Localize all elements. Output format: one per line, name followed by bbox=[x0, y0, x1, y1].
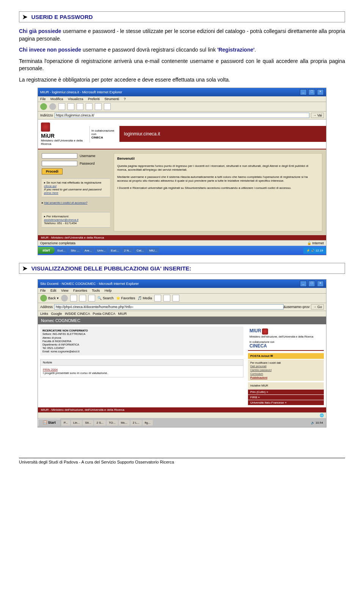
posta-bar[interactable]: POSTA in/out ✉ bbox=[248, 353, 324, 359]
task-item[interactable]: 2 N... bbox=[122, 248, 133, 253]
window-titlebar: Sito Docenti - NOMEC COGNOMEC - Microsof… bbox=[38, 280, 326, 288]
task-item[interactable]: Univ... bbox=[95, 248, 108, 253]
prin-link[interactable]: PRIN 2004 bbox=[43, 368, 58, 371]
menu-file[interactable]: File bbox=[40, 97, 46, 101]
back-button[interactable]: Back ▾ bbox=[40, 295, 59, 302]
go-button[interactable]: → Go bbox=[311, 304, 324, 310]
start-button[interactable]: 🪟 Start bbox=[38, 419, 61, 426]
maximize-button[interactable]: □ bbox=[308, 89, 315, 95]
task-item[interactable]: MiU... bbox=[147, 248, 159, 253]
task-item[interactable]: TO... bbox=[107, 420, 118, 426]
side-dati[interactable]: Dati personali bbox=[250, 365, 322, 368]
task-item[interactable]: Lin... bbox=[71, 420, 82, 426]
init-uif[interactable]: Università Italo-Francese » bbox=[248, 400, 324, 405]
address-input[interactable] bbox=[54, 304, 284, 310]
side-curriculum[interactable]: Curriculum bbox=[250, 372, 322, 376]
menu-file[interactable]: File bbox=[40, 289, 46, 292]
arrow-icon: ➤ bbox=[22, 265, 27, 272]
iniziative-box: Iniziative MIUR bbox=[248, 382, 324, 389]
media-button[interactable]: 🎵 Media bbox=[138, 296, 152, 300]
menu-view[interactable]: View bbox=[61, 289, 68, 292]
media-icon[interactable] bbox=[104, 103, 111, 110]
link-posta[interactable]: Posta CINECA bbox=[93, 312, 115, 316]
home-icon[interactable] bbox=[88, 295, 95, 302]
menu-preferiti[interactable]: Preferiti bbox=[88, 97, 100, 101]
welcome-p2: Mediante username e password che il sist… bbox=[117, 175, 319, 183]
docente-dip: Dipartimento di INFORMATICA bbox=[42, 343, 79, 346]
go-button[interactable]: → Vai bbox=[311, 113, 324, 118]
info-email[interactable]: assistenzamiur@cineca.it bbox=[44, 218, 78, 222]
address-input[interactable] bbox=[55, 113, 310, 118]
task-item[interactable]: Eud... bbox=[55, 248, 68, 253]
menu-visualizza[interactable]: Visualizza bbox=[68, 97, 83, 101]
task-item[interactable]: fig... bbox=[143, 420, 153, 426]
side-password[interactable]: Cambio password bbox=[250, 368, 322, 372]
task-item[interactable]: Eud... bbox=[108, 248, 121, 253]
task-item[interactable]: Are... bbox=[82, 248, 94, 253]
history-icon[interactable] bbox=[154, 295, 161, 302]
menu-edit[interactable]: Edit bbox=[50, 289, 56, 292]
menu-help[interactable]: Help bbox=[105, 289, 112, 292]
side-pubblicazioni[interactable]: Pubblicazioni bbox=[250, 376, 322, 380]
search-button[interactable]: 🔍 Search bbox=[97, 296, 114, 300]
section1-title: USERID E PASSWORD bbox=[31, 14, 93, 20]
forward-icon[interactable] bbox=[49, 103, 56, 110]
link-inside[interactable]: INSIDE CINECA bbox=[65, 312, 90, 316]
docente-role: RICERCATORE NON CONFERMATO bbox=[42, 329, 88, 332]
task-item[interactable]: 2 S... bbox=[94, 420, 106, 426]
status-bar: Operazione completata 🔒 Internet bbox=[38, 240, 326, 246]
menu-modifica[interactable]: Modifica bbox=[50, 97, 63, 101]
status-bar: 🌐 bbox=[38, 412, 326, 418]
stop-icon[interactable] bbox=[70, 295, 77, 302]
print-icon[interactable] bbox=[173, 295, 179, 302]
task-item[interactable]: Cat... bbox=[134, 248, 146, 253]
mail-icon[interactable] bbox=[163, 295, 170, 302]
home-icon[interactable] bbox=[77, 103, 83, 110]
refresh-icon[interactable] bbox=[67, 103, 74, 110]
clock: 10.54 bbox=[315, 421, 323, 424]
username-input[interactable] bbox=[42, 153, 77, 159]
stop-icon[interactable] bbox=[58, 103, 65, 110]
address-label: Indirizzo bbox=[40, 113, 53, 117]
miur-content: Username Password Procedi ▸ Se non hai m… bbox=[38, 149, 326, 235]
init-label: Iniziative MIUR bbox=[250, 384, 268, 387]
section-heading-box: ➤ VISUALIZZAZIONE DELLE PUBBLICAZIONI GI… bbox=[19, 263, 345, 274]
favorites-button[interactable]: ⭐ Favorites bbox=[116, 296, 135, 300]
menu-help[interactable]: ? bbox=[124, 97, 126, 101]
minimize-button[interactable]: _ bbox=[300, 281, 307, 287]
task-item[interactable]: 2 L... bbox=[130, 420, 142, 426]
welcome-heading: Benvenuti! bbox=[117, 157, 319, 161]
link-miur[interactable]: MIUR bbox=[118, 312, 127, 316]
maximize-button[interactable]: □ bbox=[308, 281, 315, 287]
procedi-button[interactable]: Procedi bbox=[42, 168, 63, 174]
menu-strumenti[interactable]: Strumenti bbox=[104, 97, 119, 101]
refresh-icon[interactable] bbox=[79, 295, 86, 302]
menubar: File Edit View Favorites Tools Help bbox=[38, 288, 326, 294]
miur-logo-sub: Ministero dell'Università e della Ricerc… bbox=[41, 139, 83, 146]
link-google[interactable]: Google bbox=[51, 312, 62, 316]
menu-favorites[interactable]: Favorites bbox=[73, 289, 87, 292]
password-input[interactable] bbox=[42, 161, 77, 166]
task-item[interactable]: P... bbox=[61, 420, 70, 426]
back-icon[interactable] bbox=[40, 103, 47, 110]
task-item[interactable]: Sit... bbox=[83, 420, 93, 426]
init-prin[interactable]: Prin (Cofin) » bbox=[248, 390, 324, 394]
reg-note1: Se non hai mai effettuato la registrazio… bbox=[46, 181, 101, 184]
start-button[interactable]: start bbox=[38, 247, 55, 254]
task-item[interactable]: Sito ... bbox=[68, 248, 82, 253]
favorites-icon[interactable] bbox=[95, 103, 102, 110]
menu-tools[interactable]: Tools bbox=[92, 289, 100, 292]
init-firb[interactable]: FIRB » bbox=[248, 395, 324, 400]
forward-icon[interactable] bbox=[61, 295, 68, 302]
task-item[interactable]: Mc... bbox=[119, 420, 130, 426]
minimize-button[interactable]: _ bbox=[300, 89, 307, 95]
welcome-p1: Questa pagina rappresenta l'unico punto … bbox=[117, 164, 319, 172]
reg-link1[interactable]: clicca qui bbox=[44, 184, 56, 188]
close-button[interactable]: × bbox=[317, 89, 324, 95]
close-button[interactable]: × bbox=[317, 281, 324, 287]
lost-codes-link[interactable]: Hai smarrito i codici di accesso? bbox=[44, 201, 87, 204]
miur-logo-text: MiUR bbox=[41, 133, 55, 139]
search-icon[interactable] bbox=[86, 103, 93, 110]
reg-link2[interactable]: press here bbox=[44, 191, 58, 195]
welcome-p3: I Docenti e Ricercatori universitari già… bbox=[117, 186, 319, 190]
